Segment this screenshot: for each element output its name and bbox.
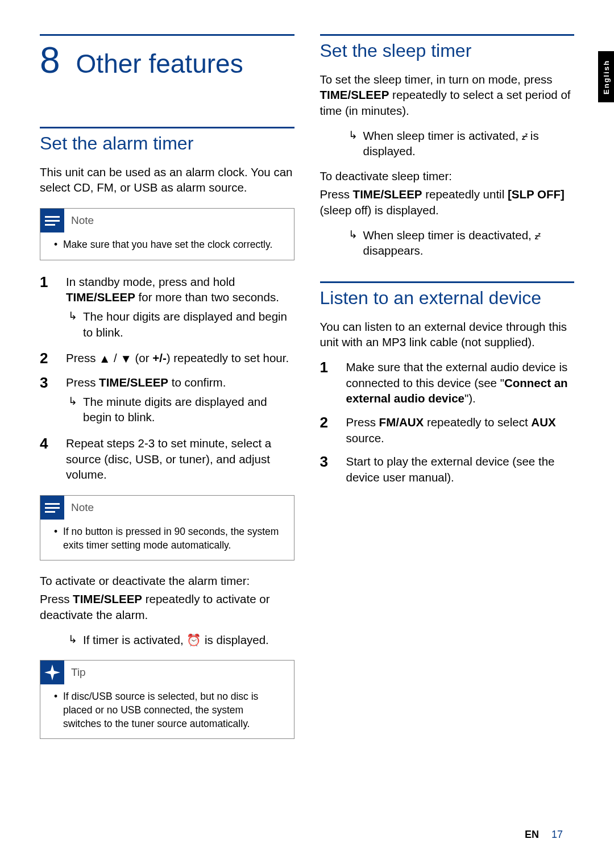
note-body: If no button is pressed in 90 seconds, t… bbox=[40, 520, 294, 560]
step-number: 1 bbox=[40, 274, 55, 343]
chapter-rule bbox=[40, 34, 294, 36]
step-1: 1 Make sure that the external audio devi… bbox=[320, 359, 575, 406]
text: (or bbox=[132, 351, 152, 364]
tip-head: Tip bbox=[40, 661, 294, 684]
svg-rect-6 bbox=[45, 507, 60, 509]
step-number: 1 bbox=[320, 359, 335, 406]
step-2: 2 Press ▲ / ▼ (or +/-) repeatedly to set… bbox=[40, 350, 294, 367]
language-tab: English bbox=[598, 51, 614, 102]
tip-item: If disc/USB source is selected, but no d… bbox=[54, 690, 284, 730]
deactivate-text: Press TIME/SLEEP repeatedly until [SLP O… bbox=[320, 186, 575, 218]
step-result: The hour digits are displayed and begin … bbox=[66, 309, 294, 340]
note-label: Note bbox=[71, 501, 94, 514]
activate-result: If timer is activated, ⏰ is displayed. bbox=[66, 632, 294, 648]
zz-icon: zz bbox=[534, 232, 540, 241]
tip-icon bbox=[40, 661, 64, 684]
text: Press bbox=[320, 188, 353, 201]
text: is displayed. bbox=[201, 633, 269, 646]
external-intro: You can listen to an external device thr… bbox=[320, 319, 575, 350]
note-label: Note bbox=[71, 214, 94, 227]
svg-rect-7 bbox=[45, 511, 55, 513]
section-rule bbox=[320, 34, 575, 36]
text: Press bbox=[346, 416, 379, 429]
step-number: 2 bbox=[40, 350, 55, 367]
text: to confirm. bbox=[168, 376, 226, 389]
result-item: If timer is activated, ⏰ is displayed. bbox=[66, 632, 294, 648]
note-item: If no button is pressed in 90 seconds, t… bbox=[54, 525, 284, 552]
mode-ref: AUX bbox=[531, 416, 555, 429]
chapter-heading: 8 Other features bbox=[40, 39, 294, 81]
text: Press bbox=[66, 376, 99, 389]
alarm-intro: This unit can be used as an alarm clock.… bbox=[40, 164, 294, 196]
right-column: Set the sleep timer To set the sleep tim… bbox=[320, 34, 575, 753]
button-ref: TIME/SLEEP bbox=[353, 188, 422, 201]
text: (sleep off) is displayed. bbox=[320, 203, 439, 217]
button-ref: +/- bbox=[152, 351, 167, 364]
step-body: Repeat steps 2-3 to set minute, select a… bbox=[66, 435, 294, 483]
note-head: Note bbox=[40, 496, 294, 520]
columns: 8 Other features Set the alarm timer Thi… bbox=[40, 34, 574, 753]
step-3: 3 Start to play the external device (see… bbox=[320, 454, 575, 485]
step-body: Start to play the external device (see t… bbox=[346, 454, 575, 485]
text: "). bbox=[464, 392, 476, 405]
sleep-result: When sleep timer is activated, zz is dis… bbox=[346, 128, 575, 159]
up-icon: ▲ bbox=[99, 351, 110, 367]
step-body: In standby mode, press and hold TIME/SLE… bbox=[66, 274, 294, 343]
text: Press bbox=[40, 592, 73, 605]
step-body: Press FM/AUX repeatedly to select AUX so… bbox=[346, 414, 575, 446]
svg-rect-5 bbox=[45, 503, 60, 505]
step-number: 3 bbox=[40, 375, 55, 427]
result-item: When sleep timer is activated, zz is dis… bbox=[346, 128, 575, 159]
button-ref: TIME/SLEEP bbox=[66, 290, 135, 304]
section-rule bbox=[320, 281, 575, 283]
chapter-number: 8 bbox=[40, 39, 60, 81]
step-body: Press ▲ / ▼ (or +/-) repeatedly to set h… bbox=[66, 350, 294, 367]
text: source. bbox=[346, 431, 384, 445]
left-column: 8 Other features Set the alarm timer Thi… bbox=[40, 34, 294, 753]
tip-box: Tip If disc/USB source is selected, but … bbox=[40, 660, 294, 739]
step-3: 3 Press TIME/SLEEP to confirm. The minut… bbox=[40, 375, 294, 427]
note-item: Make sure that you have set the clock co… bbox=[54, 238, 284, 252]
svg-rect-3 bbox=[45, 224, 55, 226]
spacer bbox=[320, 269, 575, 281]
note-body: Make sure that you have set the clock co… bbox=[40, 232, 294, 260]
text: When sleep timer is deactivated, bbox=[363, 229, 535, 242]
activate-subhead: To activate or deactivate the alarm time… bbox=[40, 574, 294, 588]
text: for more than two seconds. bbox=[135, 290, 279, 304]
tip-body: If disc/USB source is selected, but no d… bbox=[40, 684, 294, 738]
text: ) repeatedly to set hour. bbox=[167, 351, 289, 364]
deactivate-result: When sleep timer is deactivated, zz disa… bbox=[346, 227, 575, 259]
external-steps: 1 Make sure that the external audio devi… bbox=[320, 359, 575, 485]
note-box-1: Note Make sure that you have set the clo… bbox=[40, 208, 294, 260]
alarm-steps: 1 In standby mode, press and hold TIME/S… bbox=[40, 274, 294, 483]
step-1: 1 In standby mode, press and hold TIME/S… bbox=[40, 274, 294, 343]
clock-icon: ⏰ bbox=[186, 633, 201, 646]
footer-page: 17 bbox=[551, 829, 563, 841]
step-number: 3 bbox=[320, 454, 335, 485]
footer: EN 17 bbox=[525, 829, 563, 841]
note-head: Note bbox=[40, 209, 294, 232]
tip-label: Tip bbox=[71, 666, 86, 679]
text: Press bbox=[66, 351, 99, 364]
svg-rect-1 bbox=[45, 216, 60, 218]
display-ref: [SLP OFF] bbox=[508, 188, 565, 201]
step-body: Press TIME/SLEEP to confirm. The minute … bbox=[66, 375, 294, 427]
button-ref: FM/AUX bbox=[379, 416, 424, 429]
page: English 8 Other features Set the alarm t… bbox=[0, 0, 614, 868]
step-number: 4 bbox=[40, 435, 55, 483]
section-title-alarm: Set the alarm timer bbox=[40, 133, 294, 154]
chapter-title: Other features bbox=[76, 48, 243, 79]
note-icon bbox=[40, 209, 64, 232]
step-result: The minute digits are displayed and begi… bbox=[66, 394, 294, 425]
note-icon bbox=[40, 496, 64, 520]
activate-text: Press TIME/SLEEP repeatedly to activate … bbox=[40, 591, 294, 622]
language-tab-label: English bbox=[602, 60, 611, 94]
text: repeatedly to select bbox=[424, 416, 531, 429]
step-number: 2 bbox=[320, 414, 335, 446]
text: When sleep timer is activated, bbox=[363, 129, 522, 142]
text: In standby mode, press and hold bbox=[66, 275, 235, 288]
text: To set the sleep timer, in turn on mode,… bbox=[320, 73, 553, 86]
result-item: When sleep timer is deactivated, zz disa… bbox=[346, 227, 575, 259]
section-rule bbox=[40, 127, 294, 128]
zz-icon: zz bbox=[522, 133, 528, 142]
